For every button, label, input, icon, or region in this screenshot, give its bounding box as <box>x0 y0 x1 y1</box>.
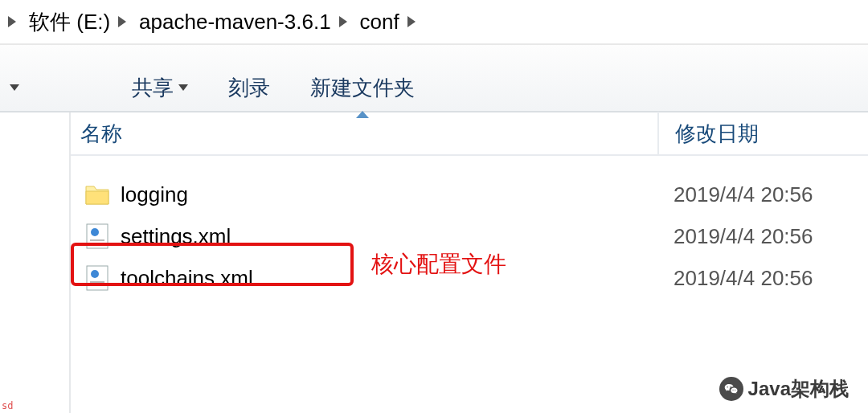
column-header-name[interactable]: 名称 <box>71 120 657 148</box>
chevron-down-icon <box>10 84 19 91</box>
toolbar-container: 共享 刻录 新建文件夹 <box>0 45 868 112</box>
breadcrumb-arrow-icon <box>8 16 16 27</box>
svg-point-5 <box>91 270 99 278</box>
column-header-date[interactable]: 修改日期 <box>659 120 868 148</box>
file-name: logging <box>114 182 657 207</box>
file-date: 2019/4/4 20:56 <box>657 182 868 207</box>
new-folder-label: 新建文件夹 <box>310 74 415 102</box>
file-name: settings.xml <box>114 224 657 249</box>
nav-pane[interactable] <box>0 112 71 413</box>
toolbar: 共享 刻录 新建文件夹 <box>0 64 868 111</box>
svg-point-1 <box>91 228 99 236</box>
sd-mark: sd <box>2 400 13 411</box>
annotation-text: 核心配置文件 <box>371 249 506 280</box>
svg-rect-4 <box>87 266 108 290</box>
new-folder-button[interactable]: 新建文件夹 <box>310 74 415 102</box>
breadcrumb-arrow-icon <box>339 16 347 27</box>
organize-dropdown[interactable] <box>5 84 19 91</box>
breadcrumb-part-drive[interactable]: 软件 (E:) <box>24 8 115 36</box>
file-row-folder[interactable]: logging 2019/4/4 20:56 <box>71 174 868 215</box>
breadcrumb-bar[interactable]: 软件 (E:) apache-maven-3.6.1 conf <box>0 0 868 45</box>
xml-file-icon <box>85 223 109 250</box>
file-date: 2019/4/4 20:56 <box>657 224 868 249</box>
breadcrumb-arrow-icon <box>407 16 416 27</box>
file-date: 2019/4/4 20:56 <box>657 266 868 291</box>
share-label: 共享 <box>132 74 174 102</box>
watermark: Java架构栈 <box>719 376 849 402</box>
breadcrumb-part-maven[interactable]: apache-maven-3.6.1 <box>134 10 335 35</box>
sort-ascending-icon <box>356 111 369 118</box>
burn-button[interactable]: 刻录 <box>228 74 270 102</box>
chevron-down-icon <box>178 84 188 91</box>
watermark-text: Java架构栈 <box>748 376 849 402</box>
svg-rect-0 <box>87 224 108 248</box>
burn-label: 刻录 <box>228 74 270 102</box>
breadcrumb-part-conf[interactable]: conf <box>355 10 404 35</box>
xml-file-icon <box>85 264 109 292</box>
column-headers: 名称 修改日期 <box>71 112 868 156</box>
breadcrumb-arrow-icon <box>118 16 126 27</box>
wechat-icon <box>719 377 743 401</box>
share-button[interactable]: 共享 <box>132 74 188 102</box>
folder-icon <box>84 183 110 206</box>
